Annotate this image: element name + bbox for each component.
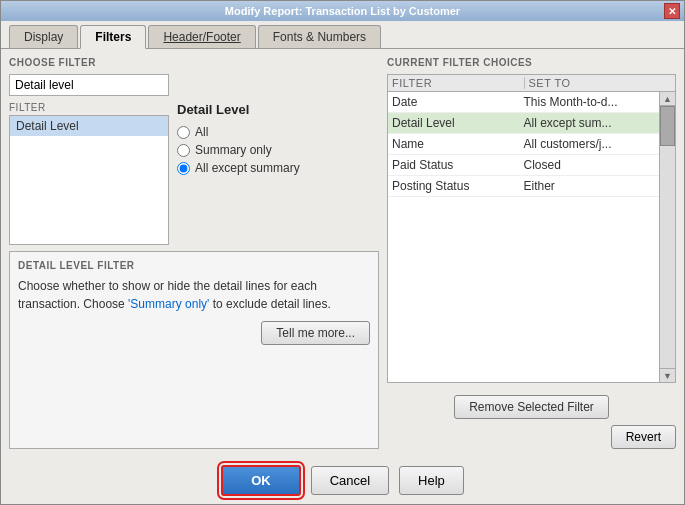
- filter-row-paid-status-set-to: Closed: [524, 158, 656, 172]
- tell-me-more-button[interactable]: Tell me more...: [261, 321, 370, 345]
- filter-row-paid-status[interactable]: Paid Status Closed: [388, 155, 659, 176]
- left-panel: CHOOSE FILTER FILTER Detail Level Detail…: [9, 57, 379, 449]
- filter-options-title: Detail Level: [177, 102, 379, 117]
- close-button[interactable]: ✕: [664, 3, 680, 19]
- filter-options: Detail Level All Summary only All except…: [177, 102, 379, 175]
- tab-fonts-numbers[interactable]: Fonts & Numbers: [258, 25, 381, 48]
- filter-row-posting-status[interactable]: Posting Status Either: [388, 176, 659, 197]
- tab-display[interactable]: Display: [9, 25, 78, 48]
- main-content: CHOOSE FILTER FILTER Detail Level Detail…: [1, 49, 684, 457]
- revert-container: Revert: [387, 425, 676, 449]
- filter-row-date-filter: Date: [392, 95, 524, 109]
- radio-summary-only[interactable]: Summary only: [177, 143, 379, 157]
- remove-btn-container: Remove Selected Filter: [387, 395, 676, 419]
- scrollbar-down-icon[interactable]: ▼: [660, 368, 675, 382]
- detail-level-title: DETAIL LEVEL FILTER: [18, 260, 370, 271]
- col-header-filter: FILTER: [392, 77, 519, 89]
- description-link[interactable]: 'Summary only': [128, 297, 209, 311]
- radio-summary-only-label: Summary only: [195, 143, 272, 157]
- current-filter-label: CURRENT FILTER CHOICES: [387, 57, 676, 68]
- radio-all-input[interactable]: [177, 126, 190, 139]
- radio-all-except-summary-label: All except summary: [195, 161, 300, 175]
- filter-table-header: FILTER SET TO: [388, 75, 675, 92]
- filter-row-date-set-to: This Month-to-d...: [524, 95, 656, 109]
- scrollbar-thumb[interactable]: [660, 106, 675, 146]
- filter-row-name-filter: Name: [392, 137, 524, 151]
- filter-list-container: FILTER Detail Level: [9, 102, 169, 245]
- filter-row-detail-level[interactable]: Detail Level All except sum...: [388, 113, 659, 134]
- bottom-buttons-bar: OK Cancel Help: [1, 457, 684, 504]
- window-title: Modify Report: Transaction List by Custo…: [225, 5, 460, 17]
- radio-all-label: All: [195, 125, 208, 139]
- filter-row-name-set-to: All customers/j...: [524, 137, 656, 151]
- filter-list-label: FILTER: [9, 102, 169, 113]
- description-part2: to exclude detail lines.: [209, 297, 330, 311]
- filter-row-posting-status-set-to: Either: [524, 179, 656, 193]
- choose-filter-label: CHOOSE FILTER: [9, 57, 379, 68]
- radio-summary-only-input[interactable]: [177, 144, 190, 157]
- help-button[interactable]: Help: [399, 466, 464, 495]
- detail-level-section: DETAIL LEVEL FILTER Choose whether to sh…: [9, 251, 379, 449]
- radio-all[interactable]: All: [177, 125, 379, 139]
- filter-row-detail-level-filter: Detail Level: [392, 116, 524, 130]
- filter-table-body[interactable]: Date This Month-to-d... Detail Level All…: [388, 92, 659, 382]
- filter-area: FILTER Detail Level Detail Level All Sum…: [9, 102, 379, 245]
- filter-row-date[interactable]: Date This Month-to-d...: [388, 92, 659, 113]
- filter-list[interactable]: Detail Level: [9, 115, 169, 245]
- scrollbar-track[interactable]: [660, 106, 675, 368]
- scrollbar-up-icon[interactable]: ▲: [660, 92, 675, 106]
- filter-row-detail-level-set-to: All except sum...: [524, 116, 656, 130]
- cancel-button[interactable]: Cancel: [311, 466, 389, 495]
- filter-search-input[interactable]: [9, 74, 169, 96]
- filter-list-item[interactable]: Detail Level: [10, 116, 168, 136]
- revert-button[interactable]: Revert: [611, 425, 676, 449]
- filter-table-body-wrapper: Date This Month-to-d... Detail Level All…: [388, 92, 675, 382]
- remove-selected-filter-button[interactable]: Remove Selected Filter: [454, 395, 609, 419]
- tell-me-more-container: Tell me more...: [18, 321, 370, 345]
- filter-table: FILTER SET TO Date This Month-to-d... De…: [387, 74, 676, 383]
- tabs-bar: Display Filters Header/Footer Fonts & Nu…: [1, 21, 684, 49]
- detail-level-description: Choose whether to show or hide the detai…: [18, 277, 370, 313]
- title-bar: Modify Report: Transaction List by Custo…: [1, 1, 684, 21]
- radio-all-except-summary[interactable]: All except summary: [177, 161, 379, 175]
- filter-row-paid-status-filter: Paid Status: [392, 158, 524, 172]
- right-panel: CURRENT FILTER CHOICES FILTER SET TO Dat…: [387, 57, 676, 449]
- ok-button[interactable]: OK: [221, 465, 301, 496]
- filter-row-name[interactable]: Name All customers/j...: [388, 134, 659, 155]
- scrollbar[interactable]: ▲ ▼: [659, 92, 675, 382]
- tab-filters[interactable]: Filters: [80, 25, 146, 49]
- main-window: Modify Report: Transaction List by Custo…: [0, 0, 685, 505]
- filter-row-posting-status-filter: Posting Status: [392, 179, 524, 193]
- col-header-set-to: SET TO: [529, 77, 656, 89]
- tab-header-footer[interactable]: Header/Footer: [148, 25, 255, 48]
- radio-all-except-summary-input[interactable]: [177, 162, 190, 175]
